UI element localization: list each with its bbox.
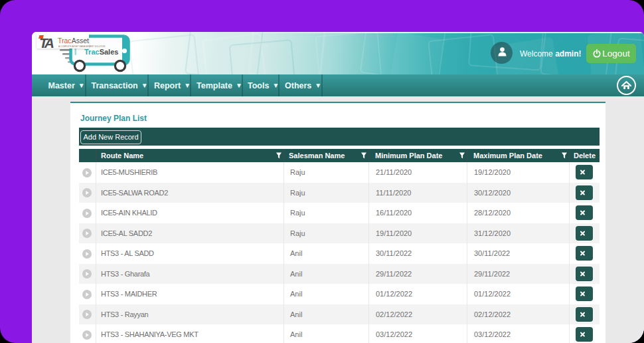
svg-text:TA: TA bbox=[39, 35, 54, 51]
svg-text:TracSales: TracSales bbox=[84, 48, 118, 56]
